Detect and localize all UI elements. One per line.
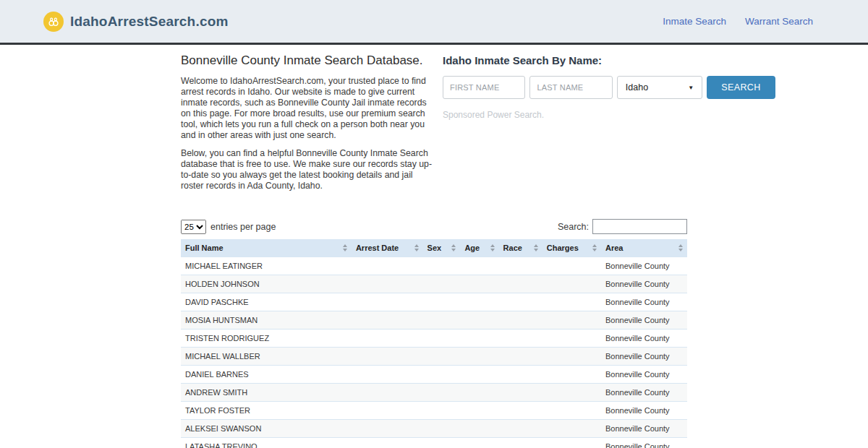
site-logo[interactable]: IdahoArrestSearch.com bbox=[43, 12, 229, 32]
cell-charges bbox=[542, 329, 601, 348]
cell-arrest-date bbox=[352, 384, 423, 402]
cell-arrest-date bbox=[352, 311, 423, 329]
table-search-label: Search: bbox=[558, 222, 589, 232]
sort-icon[interactable] bbox=[343, 244, 347, 251]
page-title: Bonneville County Inmate Search Database… bbox=[181, 53, 435, 68]
cell-full-name: ANDREW SMITH bbox=[181, 384, 352, 402]
first-name-input[interactable] bbox=[443, 76, 525, 99]
table-row: HOLDEN JOHNSONBonneville County bbox=[181, 275, 687, 293]
column-label: Arrest Date bbox=[356, 244, 399, 252]
cell-full-name: ALEKSEI SWANSON bbox=[181, 420, 352, 438]
inmate-table-body: MICHAEL EATINGERBonneville CountyHOLDEN … bbox=[181, 257, 687, 448]
cell-sex bbox=[423, 384, 461, 402]
sort-icon[interactable] bbox=[490, 244, 495, 251]
cell-age bbox=[460, 366, 498, 384]
column-header-full-name[interactable]: Full Name bbox=[181, 239, 352, 257]
sort-icon[interactable] bbox=[592, 244, 597, 251]
column-header-charges[interactable]: Charges bbox=[542, 239, 601, 257]
sort-icon[interactable] bbox=[534, 244, 538, 251]
cell-area: Bonneville County bbox=[601, 348, 687, 366]
cell-sex bbox=[423, 420, 461, 438]
nav-inmate-search[interactable]: Inmate Search bbox=[663, 16, 726, 27]
cell-arrest-date bbox=[352, 348, 423, 366]
cell-sex bbox=[423, 293, 461, 311]
cell-arrest-date bbox=[352, 293, 423, 311]
cell-age bbox=[460, 438, 498, 448]
cell-arrest-date bbox=[352, 275, 423, 293]
column-header-age[interactable]: Age bbox=[460, 239, 498, 257]
cell-arrest-date bbox=[352, 420, 423, 438]
cell-sex bbox=[423, 257, 461, 275]
main-content: Bonneville County Inmate Search Database… bbox=[181, 45, 687, 448]
cell-arrest-date bbox=[352, 438, 423, 448]
table-search-input[interactable] bbox=[592, 219, 687, 234]
column-header-area[interactable]: Area bbox=[601, 239, 687, 257]
cell-race bbox=[499, 438, 542, 448]
cell-charges bbox=[542, 438, 601, 448]
intro-paragraph-2: Below, you can find a helpful Bonneville… bbox=[181, 148, 435, 191]
chevron-down-icon: ▼ bbox=[688, 85, 694, 91]
cell-charges bbox=[542, 293, 601, 311]
cell-arrest-date bbox=[352, 329, 423, 348]
cell-full-name: MOSIA HUNTSMAN bbox=[181, 311, 352, 329]
name-search-title: Idaho Inmate Search By Name: bbox=[443, 54, 775, 66]
cell-charges bbox=[542, 420, 601, 438]
column-label: Charges bbox=[547, 244, 579, 252]
sort-icon[interactable] bbox=[678, 244, 683, 251]
cell-area: Bonneville County bbox=[601, 275, 687, 293]
table-row: DANIEL BARNESBonneville County bbox=[181, 366, 687, 384]
entries-label: entries per page bbox=[210, 222, 276, 232]
cell-area: Bonneville County bbox=[601, 311, 687, 329]
cell-full-name: TAYLOR FOSTER bbox=[181, 402, 352, 420]
handcuffs-icon bbox=[43, 12, 64, 32]
cell-charges bbox=[542, 384, 601, 402]
cell-full-name: MICHAEL EATINGER bbox=[181, 257, 352, 275]
cell-full-name: DAVID PASCHKE bbox=[181, 293, 352, 311]
cell-full-name: DANIEL BARNES bbox=[181, 366, 352, 384]
cell-race bbox=[499, 293, 542, 311]
cell-race bbox=[499, 311, 542, 329]
table-controls: 25 entries per page Search: bbox=[181, 219, 687, 234]
cell-full-name: LATASHA TREVINO bbox=[181, 438, 352, 448]
table-row: MICHAEL WALLBERBonneville County bbox=[181, 348, 687, 366]
sponsored-note: Sponsored Power Search. bbox=[443, 110, 775, 120]
cell-area: Bonneville County bbox=[601, 257, 687, 275]
search-button[interactable]: SEARCH bbox=[707, 76, 775, 99]
cell-charges bbox=[542, 311, 601, 329]
cell-race bbox=[499, 366, 542, 384]
cell-age bbox=[460, 275, 498, 293]
cell-area: Bonneville County bbox=[601, 420, 687, 438]
cell-full-name: HOLDEN JOHNSON bbox=[181, 275, 352, 293]
last-name-input[interactable] bbox=[529, 76, 612, 99]
table-search: Search: bbox=[558, 219, 687, 234]
table-row: TAYLOR FOSTERBonneville County bbox=[181, 402, 687, 420]
state-select[interactable]: Idaho ▼ bbox=[617, 76, 702, 99]
table-row: DAVID PASCHKEBonneville County bbox=[181, 293, 687, 311]
sort-icon[interactable] bbox=[451, 244, 456, 251]
table-row: LATASHA TREVINOBonneville County bbox=[181, 438, 687, 448]
column-label: Full Name bbox=[185, 244, 224, 252]
table-row: ALEKSEI SWANSONBonneville County bbox=[181, 420, 687, 438]
column-header-arrest-date[interactable]: Arrest Date bbox=[352, 239, 423, 257]
cell-sex bbox=[423, 438, 461, 448]
entries-select[interactable]: 25 bbox=[181, 220, 206, 234]
cell-sex bbox=[423, 311, 461, 329]
column-header-race[interactable]: Race bbox=[499, 239, 542, 257]
cell-age bbox=[460, 311, 498, 329]
cell-area: Bonneville County bbox=[601, 329, 687, 348]
cell-age bbox=[460, 348, 498, 366]
cell-charges bbox=[542, 402, 601, 420]
table-row: MOSIA HUNTSMANBonneville County bbox=[181, 311, 687, 329]
nav-warrant-search[interactable]: Warrant Search bbox=[745, 16, 813, 27]
entries-per-page: 25 entries per page bbox=[181, 220, 276, 234]
column-label: Sex bbox=[427, 244, 442, 252]
column-header-sex[interactable]: Sex bbox=[423, 239, 461, 257]
cell-area: Bonneville County bbox=[601, 384, 687, 402]
cell-age bbox=[460, 402, 498, 420]
sort-icon[interactable] bbox=[414, 244, 419, 251]
cell-charges bbox=[542, 275, 601, 293]
cell-race bbox=[499, 402, 542, 420]
cell-full-name: MICHAEL WALLBER bbox=[181, 348, 352, 366]
cell-sex bbox=[423, 402, 461, 420]
cell-arrest-date bbox=[352, 366, 423, 384]
